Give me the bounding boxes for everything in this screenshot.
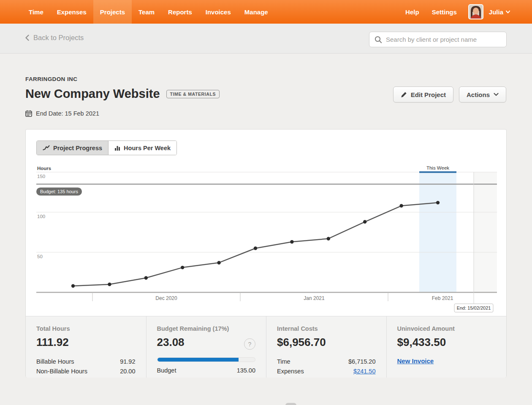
chevron-down-icon: [506, 11, 510, 14]
new-invoice-link[interactable]: New Invoice: [397, 357, 434, 364]
top-nav: TimeExpensesProjectsTeamReportsInvoicesM…: [0, 0, 532, 24]
y-tick-label: 50: [37, 254, 43, 259]
chart-data-point[interactable]: [399, 204, 403, 208]
nav-item-reports[interactable]: Reports: [161, 0, 199, 24]
end-date-label: End: 15/02/2021: [457, 305, 491, 310]
stat-value: $9,433.50: [397, 336, 496, 349]
this-week-label: This Week: [426, 166, 449, 170]
this-week-column: [419, 173, 456, 292]
search-icon: [375, 36, 382, 43]
tab-project-progress-label: Project Progress: [53, 145, 102, 151]
row-value: $6,715.20: [348, 358, 376, 365]
back-to-projects-link[interactable]: Back to Projects: [25, 34, 84, 42]
tab-project-progress[interactable]: Project Progress: [37, 141, 109, 155]
project-progress-chart: 15010050HoursBudget: 135 hoursDec 2020Ja…: [26, 166, 506, 314]
chevron-left-icon: [25, 35, 29, 41]
page-title: New Company Website: [25, 87, 160, 101]
nav-item-projects[interactable]: Projects: [93, 0, 132, 24]
row-value: 91.92: [120, 358, 135, 365]
stat-value: $6,956.70: [277, 336, 376, 349]
stat-internal-costs: Internal Costs $6,956.70 Time $6,715.20 …: [266, 316, 386, 378]
stat-label: Uninvoiced Amount: [397, 325, 496, 332]
search-box: [369, 32, 507, 47]
edit-project-label: Edit Project: [411, 91, 446, 98]
series-line: [73, 202, 438, 286]
chart-data-point[interactable]: [254, 246, 257, 250]
budget-progress-fill: [157, 358, 239, 362]
x-tick-label: Feb 2021: [432, 295, 453, 301]
nav-item-invoices[interactable]: Invoices: [199, 0, 238, 24]
budget-badge-label: Budget: 135 hours: [40, 189, 78, 194]
this-week-bar: [419, 171, 456, 173]
stat-label: Internal Costs: [277, 325, 376, 332]
chart-data-point[interactable]: [436, 201, 440, 204]
expenses-cost-row: Expenses $241.50: [277, 366, 376, 376]
stats-row: Total Hours 111.92 Billable Hours 91.92 …: [26, 316, 506, 378]
x-tick-label: Jan 2021: [304, 295, 325, 301]
chart-data-point[interactable]: [327, 237, 330, 240]
end-date: End Date: 15 Feb 2021: [25, 110, 99, 117]
chevron-down-icon: [494, 93, 499, 96]
nav-item-settings[interactable]: Settings: [426, 8, 462, 16]
header-buttons: Edit Project Actions: [393, 86, 506, 103]
nav-items: TimeExpensesProjectsTeamReportsInvoicesM…: [0, 0, 275, 24]
chart-data-point[interactable]: [144, 276, 148, 280]
pencil-icon: [401, 92, 407, 98]
chart-data-point[interactable]: [290, 240, 293, 243]
expenses-link[interactable]: $241.50: [353, 368, 375, 375]
chart-data-point[interactable]: [71, 284, 75, 288]
stat-total-hours: Total Hours 111.92 Billable Hours 91.92 …: [26, 316, 146, 378]
stat-value: 23.08: [157, 336, 256, 349]
tab-hours-per-week[interactable]: Hours Per Week: [109, 141, 176, 155]
row-label: Expenses: [277, 368, 304, 375]
row-value: 20.00: [120, 368, 135, 375]
chart-data-point[interactable]: [363, 220, 366, 224]
end-date-label: End Date: 15 Feb 2021: [36, 110, 99, 117]
non-billable-hours-row: Non-Billable Hours 20.00: [36, 366, 136, 376]
user-menu[interactable]: Julia: [489, 8, 510, 16]
back-link-label: Back to Projects: [33, 34, 84, 42]
stat-label: Budget Remaining (17%): [157, 325, 256, 332]
row-label: Non-Billable Hours: [36, 368, 87, 375]
avatar[interactable]: [468, 4, 483, 19]
nav-item-team[interactable]: Team: [132, 0, 161, 24]
nav-right: Help Settings Julia: [400, 0, 532, 24]
stat-uninvoiced-amount: Uninvoiced Amount $9,433.50 New Invoice: [386, 316, 507, 378]
row-label: Budget: [157, 367, 176, 374]
row-label: Time: [277, 358, 290, 365]
chart-tab-group: Project Progress Hours Per Week: [36, 140, 177, 155]
line-chart-icon: [43, 145, 50, 151]
chart-data-point[interactable]: [181, 266, 184, 269]
search-input[interactable]: [386, 36, 501, 43]
stat-budget-remaining: Budget Remaining (17%) 23.08 ? Budget 13…: [146, 316, 266, 378]
sub-header: Back to Projects: [0, 24, 532, 54]
help-icon[interactable]: ?: [244, 338, 255, 350]
avatar-image: [469, 5, 483, 19]
page: TimeExpensesProjectsTeamReportsInvoicesM…: [0, 0, 532, 405]
budget-row: Budget 135.00: [157, 365, 256, 375]
chart-data-point[interactable]: [108, 283, 111, 286]
stat-label: Total Hours: [36, 325, 136, 332]
post-end-region: [474, 172, 497, 292]
user-name-label: Julia: [489, 8, 503, 16]
tab-hours-per-week-label: Hours Per Week: [124, 145, 171, 151]
footer-logo-partial: [285, 403, 296, 405]
actions-button[interactable]: Actions: [459, 86, 506, 103]
project-type-badge: TIME & MATERIALS: [166, 90, 220, 98]
nav-item-time[interactable]: Time: [22, 0, 50, 24]
chart-data-point[interactable]: [217, 261, 220, 265]
y-axis-title: Hours: [37, 166, 51, 171]
y-tick-label: 150: [37, 174, 45, 179]
row-label: Billable Hours: [36, 358, 74, 365]
billable-hours-row: Billable Hours 91.92: [36, 356, 136, 366]
time-cost-row: Time $6,715.20: [277, 356, 376, 366]
x-tick-label: Dec 2020: [155, 295, 177, 301]
bar-chart-icon: [114, 145, 120, 151]
edit-project-button[interactable]: Edit Project: [393, 86, 453, 103]
nav-item-help[interactable]: Help: [400, 8, 425, 16]
nav-item-manage[interactable]: Manage: [238, 0, 275, 24]
calendar-icon: [25, 110, 32, 117]
nav-item-expenses[interactable]: Expenses: [50, 0, 93, 24]
actions-label: Actions: [467, 91, 490, 98]
client-name: FARRINGDON INC: [25, 76, 77, 82]
